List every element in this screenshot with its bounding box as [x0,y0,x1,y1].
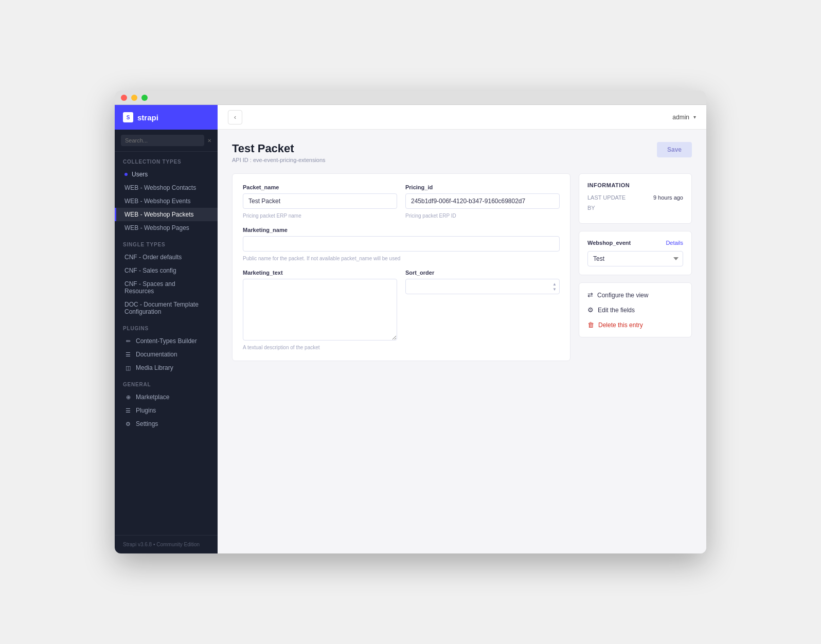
marketing-name-input[interactable] [243,236,560,252]
sidebar-item-users[interactable]: Users [115,168,218,181]
topbar: ‹ admin ▾ [218,105,706,130]
sidebar-item-cnf-spaces-resources[interactable]: CNF - Spaces andResources [115,277,218,298]
page-content: Test Packet API ID : eve-event-pricing-e… [218,130,706,553]
marketing-text-field: Marketing_text A textual description of … [243,270,397,350]
sort-order-input[interactable] [405,279,560,294]
marketplace-icon: ⊕ [124,393,132,401]
configure-view-action[interactable]: ⇄ Configure the view [587,290,683,300]
maximize-btn[interactable] [141,95,148,101]
page-title: Test Packet [232,142,326,155]
close-btn[interactable] [121,95,127,101]
sidebar-footer: Strapi v3.6.8 • Community Edition [115,535,218,553]
last-update-key: LAST UPDATE [587,194,626,201]
pricing-id-label: Pricing_id [405,184,560,190]
sidebar-item-marketplace[interactable]: ⊕ Marketplace [115,390,218,404]
sidebar-item-webshop-contacts[interactable]: WEB - Webshop Contacts [115,181,218,194]
back-icon: ‹ [234,114,236,121]
pricing-id-hint: Pricing packet ERP ID [405,213,560,219]
delete-entry-action[interactable]: 🗑 Delete this entry [587,320,683,330]
strapi-logo-icon: S [123,112,133,122]
sidebar-item-media-library[interactable]: ◫ Media Library [115,361,218,374]
sidebar-item-content-types-builder[interactable]: ✏ Content-Types Builder [115,334,218,348]
configure-view-label: Configure the view [597,292,648,299]
sidebar: S strapi ✕ COLLECTION TYPES Users WEB - … [115,105,218,553]
form-row-marketing-name: Marketing_name Public name for the packe… [243,227,560,261]
sidebar-item-documentation[interactable]: ☰ Documentation [115,348,218,361]
webshop-details-link[interactable]: Details [666,240,683,246]
window-titlebar [115,91,706,105]
sidebar-logo: S strapi [115,105,218,130]
delete-icon: 🗑 [587,321,594,329]
api-id: API ID : eve-event-pricing-extensions [232,157,326,163]
search-clear-icon[interactable]: ✕ [207,138,211,144]
search-input[interactable] [121,135,204,146]
sidebar-item-webshop-events[interactable]: WEB - Webshop Events [115,194,218,208]
sidebar-item-label: Users [132,171,148,178]
form-sidebar-panel: Information LAST UPDATE 9 hours ago BY [579,173,692,541]
packet-name-hint: Pricing packet ERP name [243,213,397,219]
page-title-block: Test Packet API ID : eve-event-pricing-e… [232,142,326,163]
form-card-main: Packet_name Pricing packet ERP name Pric… [232,173,570,361]
minimize-btn[interactable] [131,95,137,101]
form-layout: Packet_name Pricing packet ERP name Pric… [232,173,692,541]
sidebar-item-label: CNF - Order defaults [124,254,182,261]
edit-fields-label: Edit the fields [598,307,635,314]
sidebar-item-label: Media Library [136,364,173,371]
sidebar-item-webshop-packets[interactable]: WEB - Webshop Packets [115,208,218,221]
collections-section-label: COLLECTION TYPES [115,152,218,168]
plugins-section-label: PLUGINS [115,318,218,334]
sidebar-item-settings[interactable]: ⚙ Settings [115,417,218,431]
sidebar-item-label: WEB - Webshop Events [124,198,191,205]
back-button[interactable]: ‹ [228,110,242,124]
packet-name-field: Packet_name Pricing packet ERP name [243,184,397,219]
sidebar-item-plugins[interactable]: ☰ Plugins [115,404,218,417]
sort-order-label: Sort_order [405,270,560,276]
page-header: Test Packet API ID : eve-event-pricing-e… [232,142,692,163]
packet-name-label: Packet_name [243,184,397,190]
plugins-icon: ☰ [124,407,132,414]
doc-icon: ☰ [124,351,132,358]
sidebar-item-cnf-order-defaults[interactable]: CNF - Order defaults [115,251,218,264]
sort-up-icon: ▲ [552,282,557,287]
general-section-label: GENERAL [115,374,218,390]
delete-entry-label: Delete this entry [598,321,643,329]
marketing-name-field: Marketing_name Public name for the packe… [243,227,560,261]
sidebar-item-label: DOC - Document Template Configuration [124,301,209,315]
webshop-event-select[interactable]: Test [587,251,683,266]
webshop-event-card: Webshop_event Details Test [579,231,692,275]
form-row-top: Packet_name Pricing packet ERP name Pric… [243,184,560,219]
save-button[interactable]: Save [657,142,692,157]
sidebar-item-label: Marketplace [136,393,169,401]
single-types-section-label: SINGLE TYPES [115,235,218,251]
sidebar-item-cnf-sales-config[interactable]: CNF - Sales config [115,264,218,277]
admin-label: admin [672,114,689,121]
sidebar-item-webshop-pages[interactable]: WEB - Webshop Pages [115,221,218,235]
webshop-event-title: Webshop_event [587,240,631,246]
sidebar-item-label: CNF - Sales config [124,267,176,274]
sidebar-item-label: WEB - Webshop Pages [124,224,189,231]
marketing-text-label: Marketing_text [243,270,397,276]
admin-chevron-icon[interactable]: ▾ [693,114,696,120]
sidebar-item-label: CNF - Spaces andResources [124,280,175,295]
sidebar-item-label: WEB - Webshop Contacts [124,184,196,191]
sidebar-item-doc-template[interactable]: DOC - Document Template Configuration [115,298,218,318]
webshop-header: Webshop_event Details [587,240,683,246]
marketing-text-input[interactable] [243,279,397,341]
marketing-name-hint: Public name for the packet. If not avail… [243,256,560,261]
marketing-text-hint: A textual description of the packet [243,345,397,350]
settings-icon: ⚙ [124,420,132,427]
sort-down-icon: ▼ [552,287,557,292]
sidebar-search-container: ✕ [115,130,218,152]
packet-name-input[interactable] [243,193,397,209]
pricing-id-input[interactable] [405,193,560,209]
marketing-name-label: Marketing_name [243,227,560,233]
topbar-right: admin ▾ [672,114,696,121]
info-card-title: Information [587,182,683,188]
sidebar-item-label: Settings [136,420,158,427]
sidebar-item-label: Plugins [136,407,156,414]
configure-view-icon: ⇄ [587,291,593,299]
pencil-icon: ✏ [124,337,132,345]
actions-card: ⇄ Configure the view ⚙ Edit the fields 🗑… [579,282,692,337]
last-update-value: 9 hours ago [653,194,683,201]
edit-fields-action[interactable]: ⚙ Edit the fields [587,305,683,315]
